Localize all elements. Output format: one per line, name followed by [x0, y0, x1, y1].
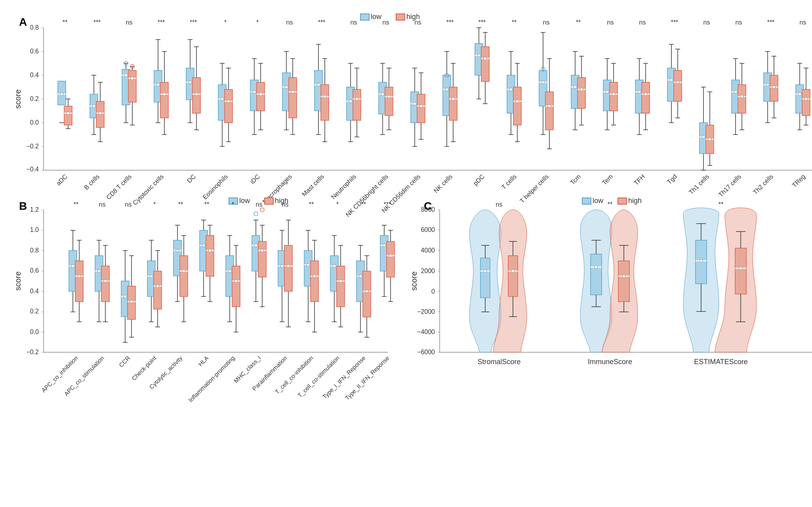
xlabel-ESTIMATE: ESTIMATEScore	[694, 358, 748, 366]
sig-TypeI: **	[361, 201, 366, 208]
svg-point-315	[104, 279, 107, 283]
sig-APCcoi: **	[74, 201, 78, 208]
boxplot-Th17: ns Th17 cells	[717, 19, 746, 198]
svg-rect-156	[449, 87, 457, 120]
svg-rect-143	[417, 94, 425, 123]
svg-point-61	[195, 93, 198, 96]
svg-point-219	[612, 93, 615, 96]
xlabel-Neutro: Neutrophils	[330, 173, 357, 200]
svg-rect-71	[225, 89, 233, 123]
svg-point-49	[163, 93, 166, 96]
xlabel-Immune: ImmuneScore	[588, 358, 632, 366]
svg-rect-168	[481, 47, 489, 82]
svg-rect-465	[591, 254, 602, 295]
violin-estimate-high	[715, 208, 757, 352]
svg-point-195	[548, 104, 551, 108]
svg-point-23	[99, 112, 102, 115]
sig-TypeII: ***	[384, 201, 391, 208]
svg-point-243	[676, 81, 679, 84]
svg-point-91	[285, 85, 288, 89]
svg-rect-435	[363, 271, 371, 317]
svg-point-225	[638, 90, 641, 93]
svg-point-351	[182, 270, 185, 273]
svg-rect-47	[160, 82, 168, 118]
svg-point-437	[365, 290, 368, 293]
sig-Cytotoxic: ***	[158, 19, 165, 26]
boxplot-Neutro: ns Neutrophils	[330, 19, 361, 200]
svg-rect-217	[610, 82, 618, 111]
svg-point-133	[387, 95, 391, 98]
sig-Mast: ***	[318, 19, 326, 26]
svg-point-170	[484, 57, 487, 60]
legend-c-low-box	[582, 198, 591, 204]
svg-point-455	[484, 270, 487, 273]
svg-point-443	[383, 244, 386, 247]
svg-point-467	[595, 266, 598, 269]
boxplot-HLA: ** HLA	[197, 201, 214, 367]
svg-rect-265	[738, 85, 746, 113]
yb-tick-02: 0.2	[30, 308, 39, 315]
sig-Tcellcoi: **	[309, 201, 314, 208]
sig-Tcellcos: *	[336, 201, 339, 208]
boxplot-Bcells: *** B cells	[83, 19, 104, 191]
svg-point-413	[313, 275, 316, 278]
svg-point-237	[670, 78, 673, 82]
svg-point-158	[452, 97, 455, 101]
boxplot-Mast: *** Mast cells	[301, 19, 329, 197]
yb-tick-04: 0.4	[30, 288, 39, 294]
xlabel-CD8T: CD8 T cells	[105, 173, 133, 201]
svg-point-267	[740, 95, 743, 98]
svg-point-479	[700, 259, 703, 262]
svg-point-303	[78, 275, 81, 278]
sig-iDC: *	[256, 19, 259, 26]
svg-point-395	[280, 264, 284, 268]
xlabel-Th2: Th2 cells	[752, 173, 774, 196]
yc-tick-0: 0	[431, 288, 435, 295]
svg-rect-34	[128, 70, 136, 102]
sig-DC: ***	[190, 19, 197, 26]
svg-point-449	[389, 254, 392, 257]
xlabel-Tgd: Tgd	[666, 173, 679, 186]
xlabel-Checkpoint: Check-point	[130, 354, 158, 382]
svg-rect-399	[284, 245, 292, 291]
svg-point-145	[419, 104, 423, 108]
yc-tick-2000: 2000	[421, 268, 435, 274]
legend-c-high-label: high	[628, 197, 642, 205]
full-chart: A low high 0.8 0.6 0.4 0.2 0.0 −0.2 −0.4	[12, 8, 812, 499]
sig-ESTIMATE: **	[719, 201, 723, 208]
boxplot-Cytotoxic: *** Cytotoxic cells	[132, 19, 168, 206]
svg-rect-119	[353, 89, 361, 120]
svg-point-363	[208, 249, 212, 252]
legend-a-low-box	[360, 14, 369, 20]
svg-point-345	[176, 249, 179, 252]
boxplot-Eosinophils: * Eosinophils	[201, 19, 233, 201]
svg-point-29	[124, 74, 128, 77]
sig-Thelper: ns	[543, 19, 550, 26]
svg-point-273	[766, 83, 769, 86]
svg-point-103	[317, 83, 320, 86]
sig-Inflam: *	[232, 201, 234, 208]
svg-point-255	[708, 138, 711, 141]
svg-point-327	[130, 300, 133, 303]
svg-rect-9	[64, 106, 72, 125]
xlabel-Th17: Th17 cells	[717, 173, 743, 198]
sig-Para: ns	[282, 201, 289, 208]
boxplot-Th1: ns Th1 cells	[688, 19, 714, 196]
xlabel-Mast: Mast cells	[301, 173, 325, 197]
svg-point-401	[287, 264, 290, 268]
svg-point-121	[355, 97, 358, 101]
boxplot-NK: *** NK cells	[433, 19, 457, 194]
ya-tick-02: 0.2	[30, 95, 39, 102]
svg-point-207	[580, 88, 583, 91]
xlabel-TReg: TReg	[791, 173, 807, 189]
svg-rect-301	[75, 261, 83, 302]
violin-immune-low	[580, 210, 612, 352]
svg-rect-447	[387, 241, 395, 277]
violin-stromal-low	[469, 210, 501, 352]
sig-Tgd: ***	[671, 19, 679, 26]
boxplot-CD8T: ns CD8 T cells	[105, 19, 136, 201]
svg-rect-411	[311, 261, 318, 302]
xlabel-Eosino: Eosinophils	[201, 173, 229, 201]
svg-point-309	[97, 270, 101, 273]
svg-rect-373	[232, 266, 240, 307]
